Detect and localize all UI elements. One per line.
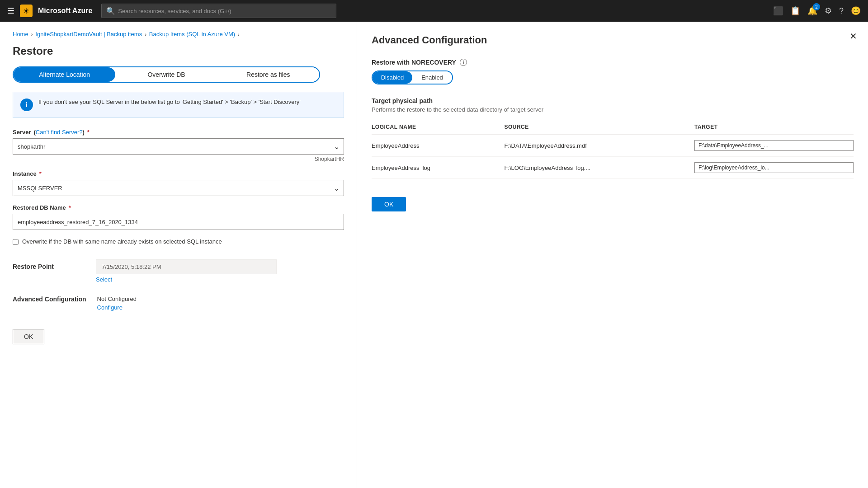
chevron-icon-3: › — [238, 32, 240, 37]
target-cell — [694, 134, 854, 157]
norecovery-section: Restore with NORECOVERY i Disabled Enabl… — [372, 59, 854, 84]
server-hint: ShopkartHR — [13, 156, 344, 162]
info-message: If you don't see your SQL Server in the … — [38, 99, 301, 105]
target-path-table: LOGICAL NAME SOURCE TARGET EmployeeAddre… — [372, 120, 854, 179]
info-box: i If you don't see your SQL Server in th… — [13, 92, 344, 118]
nav-right-actions: ⬛ 📋 🔔 2 ⚙ ? 😊 — [773, 6, 861, 16]
db-name-input[interactable] — [13, 214, 344, 230]
notification-badge: 2 — [813, 3, 820, 10]
overwrite-checkbox[interactable] — [13, 239, 19, 245]
server-label: Server (Can't find Server?) * — [13, 129, 344, 136]
instance-select[interactable]: MSSQLSERVER — [13, 180, 344, 196]
target-path-input[interactable] — [694, 162, 854, 173]
app-title: Microsoft Azure — [38, 7, 92, 15]
instance-section: Instance * MSSQLSERVER — [13, 170, 344, 196]
adv-config-label: Advanced Configuration — [13, 296, 86, 303]
adv-config-right: Not Configured Configure — [97, 296, 137, 311]
notifications-icon[interactable]: 🔔 2 — [807, 6, 817, 16]
target-path-desc: Performs the restore to the selected dat… — [372, 106, 854, 113]
restore-panel: Home › IgniteShopkartDemoVault | Backup … — [0, 22, 357, 488]
required-marker: * — [87, 129, 90, 136]
restore-point-label: Restore Point — [13, 259, 85, 270]
target-path-title: Target physical path — [372, 97, 854, 104]
table-row: EmployeeAddress F:\DATA\EmployeeAddress.… — [372, 134, 854, 157]
overwrite-checkbox-row: Overwrite if the DB with same name alrea… — [13, 238, 344, 245]
restore-point-row: Restore Point 7/15/2020, 5:18:22 PM Sele… — [13, 259, 344, 283]
source-cell: F:\LOG\EmployeeAddress_log.... — [504, 157, 694, 179]
norecovery-info-icon[interactable]: i — [460, 59, 467, 66]
norecovery-toggle-group: Disabled Enabled — [372, 70, 453, 84]
search-icon: 🔍 — [106, 7, 115, 15]
breadcrumb: Home › IgniteShopkartDemoVault | Backup … — [13, 31, 344, 38]
col-source: SOURCE — [504, 120, 694, 134]
adv-config-value: Not Configured — [97, 296, 137, 302]
close-panel-button[interactable]: ✕ — [849, 31, 857, 42]
help-icon[interactable]: ? — [839, 6, 844, 16]
server-select[interactable]: shopkarthr — [13, 138, 344, 155]
col-logical-name: LOGICAL NAME — [372, 120, 504, 134]
instance-select-wrapper: MSSQLSERVER — [13, 180, 344, 196]
tab-alternate-location[interactable]: Alternate Location — [14, 67, 115, 82]
tab-restore-as-files[interactable]: Restore as files — [217, 67, 319, 82]
breadcrumb-backup-items[interactable]: Backup Items (SQL in Azure VM) — [149, 31, 235, 38]
restore-point-section: Restore Point 7/15/2020, 5:18:22 PM Sele… — [13, 259, 344, 283]
norecovery-label: Restore with NORECOVERY i — [372, 59, 854, 66]
overwrite-label: Overwrite if the DB with same name alrea… — [22, 238, 222, 245]
restore-tab-group: Alternate Location Overwrite DB Restore … — [13, 66, 320, 83]
top-navigation: ☰ ☀ Microsoft Azure 🔍 ⬛ 📋 🔔 2 ⚙ ? 😊 — [0, 0, 868, 22]
toggle-disabled-button[interactable]: Disabled — [373, 71, 412, 84]
logical-name-cell: EmployeeAddress — [372, 134, 504, 157]
search-input[interactable] — [118, 8, 331, 14]
terminal-icon[interactable]: ⬛ — [773, 6, 783, 16]
logical-name-cell: EmployeeAddress_log — [372, 157, 504, 179]
restore-point-value: 7/15/2020, 5:18:22 PM — [96, 259, 277, 274]
chevron-icon-1: › — [31, 32, 33, 37]
search-bar[interactable]: 🔍 — [101, 4, 336, 18]
configure-link[interactable]: Configure — [97, 304, 137, 311]
cant-find-server-link[interactable]: Can't find Server? — [36, 129, 83, 136]
feedback-icon[interactable]: 📋 — [790, 6, 800, 16]
settings-icon[interactable]: ⚙ — [825, 6, 832, 16]
restore-ok-button[interactable]: OK — [13, 329, 44, 344]
restore-point-right: 7/15/2020, 5:18:22 PM Select — [96, 259, 277, 283]
chevron-icon-2: › — [145, 32, 146, 37]
hamburger-menu[interactable]: ☰ — [7, 6, 14, 16]
db-name-required: * — [69, 204, 71, 211]
profile-icon[interactable]: 😊 — [851, 6, 861, 16]
info-icon: i — [20, 99, 33, 111]
instance-label: Instance * — [13, 170, 344, 177]
main-layout: Home › IgniteShopkartDemoVault | Backup … — [0, 22, 868, 488]
target-cell — [694, 157, 854, 179]
instance-required: * — [39, 170, 42, 177]
server-section: Server (Can't find Server?) * shopkarthr… — [13, 129, 344, 162]
page-title: Restore — [13, 45, 344, 57]
source-cell: F:\DATA\EmployeeAddress.mdf — [504, 134, 694, 157]
panel-title: Advanced Configuration — [372, 34, 854, 46]
col-target: TARGET — [694, 120, 854, 134]
server-select-wrapper: shopkarthr — [13, 138, 344, 155]
db-name-label: Restored DB Name * — [13, 204, 344, 211]
tab-overwrite-db[interactable]: Overwrite DB — [115, 67, 217, 82]
advanced-config-ok-button[interactable]: OK — [372, 197, 406, 211]
azure-logo-icon: ☀ — [20, 5, 33, 17]
table-row: EmployeeAddress_log F:\LOG\EmployeeAddre… — [372, 157, 854, 179]
advanced-config-panel: Advanced Configuration ✕ Restore with NO… — [357, 22, 868, 488]
select-restore-point-link[interactable]: Select — [96, 276, 277, 283]
breadcrumb-vault[interactable]: IgniteShopkartDemoVault | Backup items — [35, 31, 142, 38]
breadcrumb-home[interactable]: Home — [13, 31, 28, 38]
target-path-input[interactable] — [694, 140, 854, 151]
advanced-config-row: Advanced Configuration Not Configured Co… — [13, 296, 344, 311]
db-name-section: Restored DB Name * — [13, 204, 344, 230]
toggle-enabled-button[interactable]: Enabled — [412, 71, 452, 84]
